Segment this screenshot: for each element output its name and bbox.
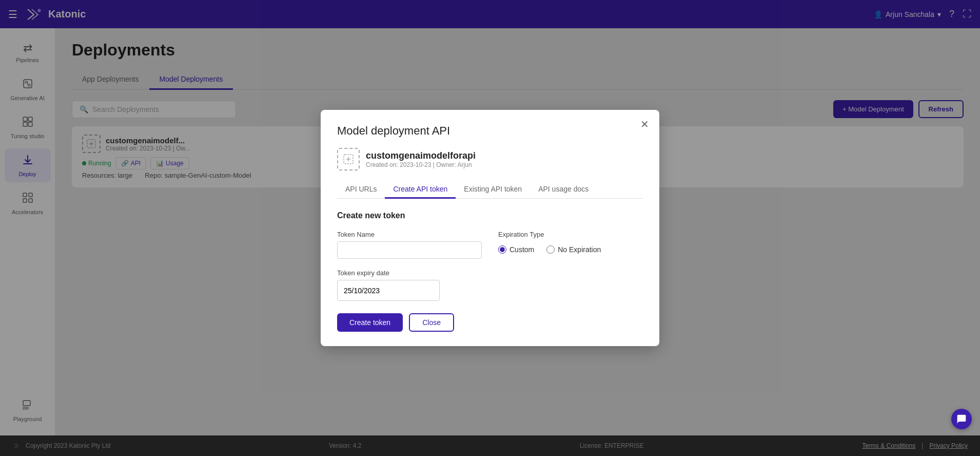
modal-model-header: customgenaimodelforapi Created on: 2023-… [337,148,643,170]
close-button[interactable]: Close [409,313,454,332]
modal-model-name: customgenaimodelforapi [366,150,476,161]
expiration-type-label: Expiration Type [498,231,643,238]
modal-overlay[interactable]: ✕ Model deployment API customgenaimodelf… [0,0,980,456]
token-expiry-input[interactable] [338,282,440,299]
modal: ✕ Model deployment API customgenaimodelf… [321,110,659,346]
modal-tab-api-urls[interactable]: API URLs [337,181,385,199]
modal-footer: Create token Close [337,313,643,332]
token-expiry-group: Token expiry date 📅 [337,269,643,301]
radio-custom-label: Custom [509,245,534,254]
create-token-button[interactable]: Create token [337,313,403,332]
radio-option-no-expiration[interactable]: No Expiration [546,245,601,254]
modal-close-button[interactable]: ✕ [640,118,649,130]
modal-tab-existing-api-token[interactable]: Existing API token [456,181,530,199]
chat-support-button[interactable] [951,409,972,429]
modal-tab-api-usage-docs[interactable]: API usage docs [530,181,597,199]
modal-tab-create-api-token[interactable]: Create API token [385,181,456,199]
expiration-type-group: Expiration Type Custom No Expiration [498,231,643,254]
radio-group: Custom No Expiration [498,245,643,254]
token-name-input[interactable] [337,241,482,259]
token-name-label: Token Name [337,231,482,238]
modal-model-meta: Created on: 2023-10-23 | Owner: Arjun [366,161,476,168]
radio-no-expiration-label: No Expiration [558,245,601,254]
modal-model-icon [337,148,360,170]
radio-no-expiration[interactable] [546,245,555,254]
modal-title: Model deployment API [337,124,643,138]
token-name-group: Token Name [337,231,482,259]
token-expiry-label: Token expiry date [337,269,643,277]
radio-option-custom[interactable]: Custom [498,245,534,254]
date-input-wrapper: 📅 [337,280,440,301]
form-row-main: Token Name Expiration Type Custom No Exp… [337,231,643,259]
form-section-title: Create new token [337,211,643,220]
radio-custom[interactable] [498,245,506,254]
modal-tabs: API URLs Create API token Existing API t… [337,181,643,199]
